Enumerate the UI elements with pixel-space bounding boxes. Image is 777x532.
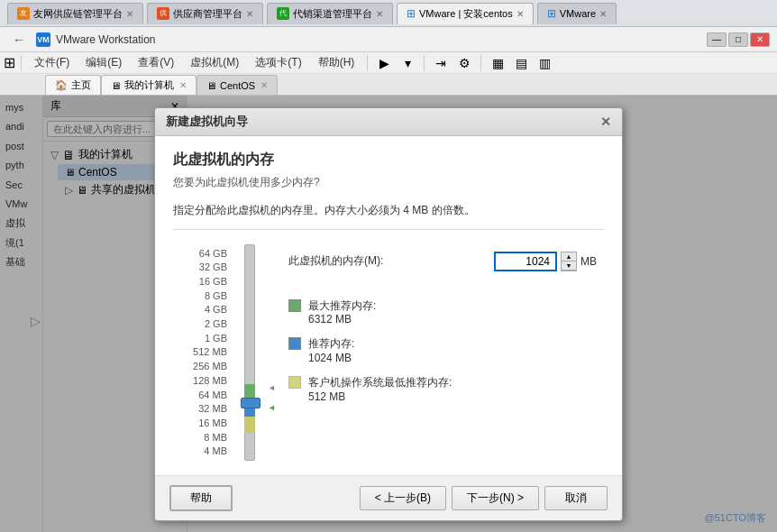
tab-label-1: 友网供应链管理平台 — [33, 7, 123, 21]
next-button[interactable]: 下一步(N) > — [452, 486, 539, 510]
main-content: mys andi post pyth Sec VMw 虚拟 境(1 基础 ▷ 库… — [0, 96, 777, 532]
legend-min-recommended: 客户机操作系统最低推荐内存: 512 MB — [288, 375, 597, 403]
tab-close-1[interactable]: ✕ — [126, 9, 133, 19]
dialog-titlebar: 新建虚拟机向导 ✕ — [155, 108, 622, 136]
new-vm-wizard-dialog: 新建虚拟机向导 ✕ 此虚拟机的内存 您要为此虚拟机使用多少内存? 指定分配给此虚… — [154, 107, 623, 521]
home-icon: 🏠 — [55, 79, 68, 91]
tab-close-2[interactable]: ✕ — [246, 9, 253, 19]
menu-help[interactable]: 帮助(H) — [311, 53, 362, 72]
dialog-body: 此虚拟机的内存 您要为此虚拟机使用多少内存? 指定分配给此虚拟机的内存里。内存大… — [155, 136, 622, 475]
tab-centos-label: CentOS — [220, 80, 255, 91]
vm-tab-bar: 🏠 主页 🖥 我的计算机 ✕ 🖥 CentOS ✕ — [0, 74, 777, 96]
browser-tab-1[interactable]: 友 友网供应链管理平台 ✕ — [7, 3, 143, 24]
maximize-button[interactable]: □ — [728, 32, 748, 47]
menu-bar: ⊞ 文件(F) 编辑(E) 查看(V) 虚拟机(M) 选项卡(T) 帮助(H) … — [0, 52, 777, 74]
label-2gb: 2 GB — [205, 318, 227, 329]
memory-slider-thumb[interactable] — [241, 398, 261, 408]
menu-vm[interactable]: 虚拟机(M) — [183, 53, 246, 72]
send-icon[interactable]: ⇥ — [430, 54, 452, 72]
toolbar-sep-1 — [21, 55, 22, 71]
browser-tab-3[interactable]: 代 代销渠道管理平台 ✕ — [267, 3, 393, 24]
tab-close-3[interactable]: ✕ — [376, 9, 383, 19]
memory-value-input[interactable] — [494, 252, 557, 271]
tab-label-5: VMware — [560, 8, 596, 19]
menu-tab[interactable]: 选项卡(T) — [248, 53, 308, 72]
tab-home-label: 主页 — [71, 78, 91, 92]
close-button[interactable]: ✕ — [750, 32, 770, 47]
memory-slider-container: ◄ ◄ — [238, 244, 263, 461]
legend-text-max: 最大推荐内存: 6312 MB — [308, 298, 376, 326]
label-8gb: 8 GB — [205, 290, 227, 301]
label-8mb: 8 MB — [204, 432, 227, 443]
menu-file[interactable]: 文件(F) — [27, 53, 77, 72]
app-window: ← VM VMware Workstation — □ ✕ ⊞ 文件(F) 编辑… — [0, 27, 777, 532]
memory-input-group: ▲ ▼ MB — [494, 252, 597, 271]
nav-back-button[interactable]: ← — [7, 32, 31, 47]
dialog-title: 新建虚拟机向导 — [166, 114, 248, 130]
slider-yellow-zone — [244, 417, 255, 433]
view-icon-1[interactable]: ▦ — [487, 54, 508, 72]
vm-tab-home[interactable]: 🏠 主页 — [45, 75, 101, 95]
help-button[interactable]: 帮助 — [169, 485, 233, 511]
back-button[interactable]: < 上一步(B) — [360, 486, 446, 510]
menu-edit[interactable]: 编辑(E) — [78, 53, 129, 72]
view-icon-3[interactable]: ▥ — [534, 54, 555, 72]
app-icon: VM — [36, 32, 50, 47]
dialog-close-button[interactable]: ✕ — [600, 115, 611, 129]
menu-view[interactable]: 查看(V) — [131, 53, 181, 72]
label-4gb: 4 GB — [205, 304, 227, 315]
apps-icon[interactable]: ⊞ — [4, 54, 15, 71]
tab-label-3: 代销渠道管理平台 — [293, 7, 372, 21]
computer-icon: 🖥 — [111, 80, 121, 91]
memory-input-row: 此虚拟机的内存(M): ▲ ▼ MB — [288, 252, 597, 271]
vm-tab-mycomputer[interactable]: 🖥 我的计算机 ✕ — [101, 75, 197, 95]
arrow-max-indicator: ◄ — [268, 383, 276, 392]
slider-labels: 64 GB 32 GB 16 GB 8 GB 4 GB 2 GB 1 GB 51… — [173, 244, 227, 461]
browser-tab-4[interactable]: ⊞ VMware | 安装centos ✕ — [397, 3, 534, 24]
centos-icon: 🖥 — [206, 80, 216, 91]
vm-tab-centos[interactable]: 🖥 CentOS ✕ — [197, 75, 278, 95]
legend-color-min — [288, 376, 301, 389]
label-64gb: 64 GB — [199, 248, 227, 259]
settings-icon[interactable]: ⚙ — [453, 54, 475, 72]
memory-decrement-button[interactable]: ▼ — [562, 261, 576, 271]
cancel-button[interactable]: 取消 — [544, 486, 608, 510]
label-16mb: 16 MB — [198, 417, 227, 428]
play-icon[interactable]: ▶ — [373, 54, 395, 72]
label-32gb: 32 GB — [199, 261, 227, 272]
memory-config-area: 64 GB 32 GB 16 GB 8 GB 4 GB 2 GB 1 GB 51… — [173, 244, 604, 461]
dialog-description: 指定分配给此虚拟机的内存里。内存大小必须为 4 MB 的倍数。 — [173, 203, 604, 230]
slider-track-wrapper: ◄ ◄ — [240, 244, 261, 461]
arrow-recommended-indicator: ◄ — [268, 403, 276, 412]
title-bar: ← VM VMware Workstation — □ ✕ — [0, 27, 777, 52]
legend-text-recommended: 推荐内存: 1024 MB — [308, 336, 354, 364]
label-1gb: 1 GB — [205, 333, 227, 344]
dialog-footer: 帮助 < 上一步(B) 下一步(N) > 取消 — [155, 475, 622, 520]
minimize-button[interactable]: — — [707, 32, 727, 47]
tab-icon-2: 供 — [157, 7, 169, 20]
browser-tab-5[interactable]: ⊞ VMware ✕ — [537, 3, 617, 24]
tab-mycomputer-close[interactable]: ✕ — [179, 80, 187, 90]
memory-unit-label: MB — [580, 255, 597, 268]
label-4mb: 4 MB — [204, 445, 227, 456]
toolbar-sep-2 — [367, 55, 368, 71]
dropdown-icon[interactable]: ▾ — [397, 54, 418, 72]
label-32mb: 32 MB — [198, 403, 227, 414]
tab-label-4: VMware | 安装centos — [419, 7, 513, 21]
view-icon-2[interactable]: ▤ — [510, 54, 532, 72]
memory-input-legend-area: 此虚拟机的内存(M): ▲ ▼ MB — [274, 244, 604, 461]
memory-increment-button[interactable]: ▲ — [562, 252, 576, 261]
tab-close-5[interactable]: ✕ — [599, 9, 607, 19]
memory-input-label: 此虚拟机的内存(M): — [288, 253, 383, 269]
dialog-subtitle: 您要为此虚拟机使用多少内存? — [173, 175, 604, 190]
tab-label-2: 供应商管理平台 — [173, 7, 242, 21]
tab-centos-close[interactable]: ✕ — [261, 80, 268, 90]
vmware-icon-5: ⊞ — [547, 7, 556, 20]
tab-mycomputer-label: 我的计算机 — [124, 78, 174, 92]
vmware-icon-4: ⊞ — [407, 7, 416, 20]
memory-spinner: ▲ ▼ — [561, 252, 577, 271]
tab-icon-3: 代 — [277, 7, 289, 20]
tab-close-4[interactable]: ✕ — [516, 9, 524, 19]
browser-tab-2[interactable]: 供 供应商管理平台 ✕ — [147, 3, 263, 24]
legend-color-max — [288, 299, 301, 312]
